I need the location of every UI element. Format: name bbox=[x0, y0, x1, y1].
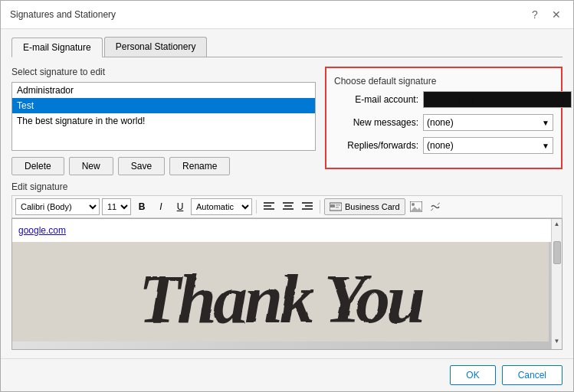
italic-button[interactable]: I bbox=[153, 198, 169, 215]
select-sig-label: Select signature to edit bbox=[11, 67, 316, 77]
svg-rect-5 bbox=[283, 208, 294, 210]
google-link[interactable]: google.com bbox=[18, 225, 66, 236]
email-account-dropdown-arrow: ▼ bbox=[560, 96, 568, 104]
tab-personal-stationery[interactable]: Personal Stationery bbox=[104, 37, 208, 57]
business-card-button[interactable]: Business Card bbox=[324, 198, 405, 215]
svg-rect-4 bbox=[284, 205, 292, 207]
edit-signature-section: Edit signature Calibri (Body) 11 B I U A… bbox=[11, 181, 563, 350]
top-section: Select signature to edit Administrador T… bbox=[11, 67, 563, 175]
svg-rect-6 bbox=[302, 202, 313, 204]
svg-rect-0 bbox=[264, 202, 274, 204]
signatures-stationery-dialog: Signatures and Stationery ? ✕ E-mail Sig… bbox=[0, 0, 574, 392]
left-panel: Select signature to edit Administrador T… bbox=[11, 67, 316, 175]
email-account-select[interactable]: ████████████████████ ▼ bbox=[423, 91, 572, 108]
new-button[interactable]: New bbox=[69, 157, 113, 175]
replies-forwards-dropdown[interactable]: (none) bbox=[427, 140, 549, 151]
replies-forwards-row: Replies/forwards: (none) ▼ bbox=[334, 137, 553, 154]
underline-button[interactable]: U bbox=[172, 198, 189, 215]
new-messages-label: New messages: bbox=[334, 117, 418, 128]
new-messages-row: New messages: (none) ▼ bbox=[334, 114, 553, 131]
edit-area-wrapper: google.com Tha bbox=[11, 218, 563, 350]
svg-rect-7 bbox=[305, 205, 313, 207]
svg-rect-1 bbox=[264, 205, 271, 207]
dialog-body: E-mail Signature Personal Stationery Sel… bbox=[1, 29, 573, 358]
dialog-footer: OK Cancel bbox=[1, 358, 573, 391]
thank-you-image: Thank You bbox=[12, 242, 562, 349]
edit-area[interactable]: google.com Tha bbox=[11, 218, 563, 350]
bold-button[interactable]: B bbox=[133, 198, 150, 215]
new-messages-select[interactable]: (none) ▼ bbox=[423, 114, 553, 131]
svg-text:Thank You: Thank You bbox=[139, 261, 424, 337]
sig-item-best[interactable]: The best signature in the world! bbox=[12, 113, 315, 129]
thank-you-svg: Thank You bbox=[12, 242, 549, 341]
svg-point-14 bbox=[412, 203, 415, 206]
font-size-selector[interactable]: 11 bbox=[102, 198, 131, 215]
email-account-row: E-mail account: ████████████████████ ▼ bbox=[334, 91, 553, 108]
scroll-up-arrow[interactable]: ▲ bbox=[553, 219, 562, 229]
sig-item-administrador[interactable]: Administrador bbox=[12, 83, 315, 98]
vertical-scrollbar[interactable]: ▲ ▼ bbox=[551, 219, 562, 349]
svg-rect-8 bbox=[302, 208, 313, 210]
insert-hyperlink-button[interactable] bbox=[427, 198, 444, 215]
tab-email-signature[interactable]: E-mail Signature bbox=[11, 38, 103, 57]
svg-rect-10 bbox=[330, 204, 335, 207]
help-icon[interactable]: ? bbox=[527, 7, 543, 22]
sig-item-test[interactable]: Test bbox=[12, 98, 315, 113]
rename-button[interactable]: Rename bbox=[169, 157, 230, 175]
title-bar-controls: ? ✕ bbox=[527, 7, 564, 22]
signature-list[interactable]: Administrador Test The best signature in… bbox=[11, 82, 316, 151]
new-messages-dropdown[interactable]: (none) bbox=[427, 117, 549, 128]
svg-rect-11 bbox=[336, 204, 340, 206]
save-button[interactable]: Save bbox=[118, 157, 165, 175]
edit-sig-label: Edit signature bbox=[11, 181, 563, 192]
align-left-button[interactable] bbox=[261, 198, 277, 215]
svg-rect-2 bbox=[264, 208, 274, 210]
title-bar: Signatures and Stationery ? ✕ bbox=[1, 1, 573, 29]
toolbar-separator-2 bbox=[320, 200, 320, 214]
replies-forwards-select[interactable]: (none) ▼ bbox=[423, 137, 553, 154]
right-panel: Choose default signature E-mail account:… bbox=[325, 67, 563, 169]
cancel-button[interactable]: Cancel bbox=[502, 365, 563, 385]
delete-button[interactable]: Delete bbox=[11, 157, 64, 175]
close-icon[interactable]: ✕ bbox=[549, 7, 564, 22]
color-selector[interactable]: Automatic bbox=[191, 198, 252, 215]
svg-marker-15 bbox=[410, 207, 422, 212]
formatting-toolbar: Calibri (Body) 11 B I U Automatic bbox=[11, 195, 563, 218]
svg-rect-12 bbox=[336, 207, 339, 208]
svg-rect-3 bbox=[283, 202, 294, 204]
align-center-button[interactable] bbox=[280, 198, 297, 215]
scroll-down-arrow[interactable]: ▼ bbox=[553, 336, 562, 346]
dialog-title: Signatures and Stationery bbox=[10, 9, 116, 20]
toolbar-separator-1 bbox=[256, 200, 257, 214]
insert-picture-button[interactable] bbox=[408, 198, 425, 215]
ok-button[interactable]: OK bbox=[450, 365, 495, 385]
replies-forwards-label: Replies/forwards: bbox=[334, 140, 418, 151]
scrollbar-thumb[interactable] bbox=[553, 241, 561, 264]
tab-bar: E-mail Signature Personal Stationery bbox=[11, 37, 563, 57]
edit-area-content: google.com bbox=[12, 219, 562, 242]
business-card-label: Business Card bbox=[345, 202, 400, 211]
choose-default-label: Choose default signature bbox=[334, 76, 553, 87]
align-right-button[interactable] bbox=[299, 198, 316, 215]
font-selector[interactable]: Calibri (Body) bbox=[15, 198, 100, 215]
email-account-label: E-mail account: bbox=[334, 94, 418, 105]
sig-buttons: Delete New Save Rename bbox=[11, 157, 316, 175]
